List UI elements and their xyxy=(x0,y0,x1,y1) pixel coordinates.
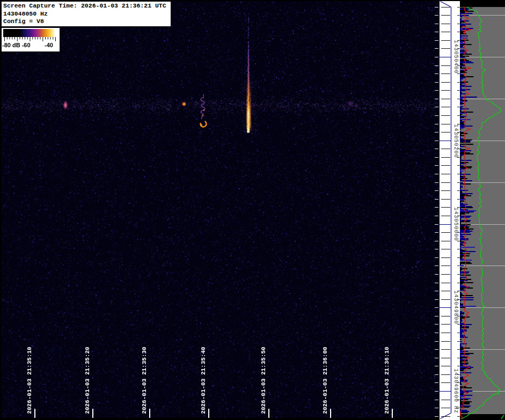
capture-frequency-text: 143048050 Hz xyxy=(3,10,169,18)
color-scale-label-right: -40 xyxy=(45,42,53,48)
config-text: Config = V8 xyxy=(3,18,169,26)
time-label: 2026-01-03 21:35:50 xyxy=(260,347,267,414)
time-label: 2026-01-03 21:35:20 xyxy=(84,347,91,414)
time-tick xyxy=(330,409,331,418)
time-tick xyxy=(34,409,35,418)
time-label: 2026-01-03 21:35:10 xyxy=(26,347,33,414)
time-tick xyxy=(268,409,269,418)
color-scale-legend: -80 dB -60 -40 xyxy=(1,27,60,52)
time-label: 2026-01-03 21:36:00 xyxy=(322,347,328,414)
spectrum-lab-window: Screen Capture Time: 2026-01-03 21:36:21… xyxy=(0,0,505,420)
time-tick xyxy=(208,409,209,418)
capture-time-text: Screen Capture Time: 2026-01-03 21:36:21… xyxy=(3,2,169,10)
time-label: 2026-01-03 21:35:40 xyxy=(200,347,207,414)
time-tick xyxy=(149,409,150,418)
freq-label: 143050000 xyxy=(453,207,459,241)
freq-label: 143050400 xyxy=(453,40,459,73)
capture-info-box: Screen Capture Time: 2026-01-03 21:36:21… xyxy=(1,1,171,27)
color-scale-gradient xyxy=(3,29,57,37)
color-scale-label-left: -80 dB -60 xyxy=(2,42,31,48)
color-scale-ticks xyxy=(3,37,57,42)
freq-label: 143050200 xyxy=(453,124,459,158)
freq-label: 143049800 xyxy=(453,290,459,324)
freq-label: 143049600 Hz xyxy=(453,369,459,414)
time-label: 2026-01-03 21:35:30 xyxy=(141,347,148,414)
time-tick xyxy=(92,409,93,418)
time-tick xyxy=(392,409,393,418)
time-label: 2026-01-03 21:36:10 xyxy=(384,347,390,414)
waterfall-spectrogram-canvas xyxy=(0,0,505,420)
